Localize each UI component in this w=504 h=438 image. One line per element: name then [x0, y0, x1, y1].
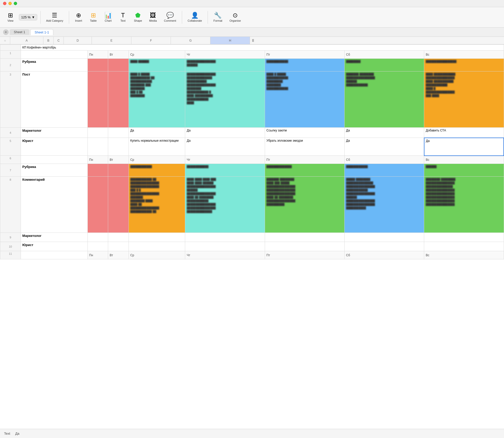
cell-2A[interactable]: Рубрика	[21, 59, 87, 71]
cell-4H[interactable]: Добавить СТА	[424, 128, 504, 138]
cell-8C[interactable]	[108, 177, 129, 233]
cell-6H[interactable]: Вс	[424, 156, 504, 164]
table-button[interactable]: ⊞ Table	[87, 11, 100, 24]
cell-6E[interactable]: Чт	[185, 156, 265, 164]
cell-7G[interactable]: ████████████	[344, 164, 424, 177]
cell-9B[interactable]	[87, 233, 108, 242]
cell-6G[interactable]: Сб	[344, 156, 424, 164]
cell-8F[interactable]: ███████ ████████████ ███ ███████████████…	[265, 177, 344, 233]
cell-8H[interactable]: ████████ ███████████████████████████████…	[424, 177, 504, 233]
cell-4C[interactable]	[108, 128, 129, 138]
cell-4A[interactable]: Маркетолог	[21, 128, 87, 138]
cell-2H[interactable]: █████████████████	[424, 59, 504, 71]
cell-10A[interactable]: Юрист	[21, 242, 87, 251]
cell-8E[interactable]: ████ ████ ████ ███████ ████ ████████████…	[185, 177, 265, 233]
cell-1D[interactable]: Ср	[129, 51, 185, 59]
cell-1B[interactable]: Пн	[87, 51, 108, 59]
cell-2B[interactable]	[87, 59, 108, 71]
cell-7A[interactable]: Рубрика	[21, 164, 87, 177]
cell-6F[interactable]: Пт	[265, 156, 344, 164]
cell-5G[interactable]: Да	[344, 138, 424, 156]
cell-3B[interactable]	[87, 71, 108, 128]
cell-6B[interactable]: Пн	[87, 156, 108, 164]
cell-2G[interactable]: ████████	[344, 59, 424, 71]
cell-11D[interactable]: Ср	[129, 251, 185, 259]
cell-8A[interactable]: Комментарий	[21, 177, 87, 233]
freeze-handle[interactable]: ⏸	[250, 37, 256, 44]
cell-3G[interactable]: ███████ ████████████████████████████████…	[344, 71, 424, 128]
cell-7B[interactable]	[87, 164, 108, 177]
sheet-grid[interactable]: КП Кофейни» мартобрь 1 Пн Вт Ср Чт Пт Сб…	[0, 44, 504, 429]
media-button[interactable]: 🖼 Media	[147, 11, 159, 24]
cell-10D[interactable]	[129, 242, 185, 251]
cell-4D[interactable]: Да	[129, 128, 185, 138]
cell-10B[interactable]	[87, 242, 108, 251]
cell-5F[interactable]: Убрать эпловские эмодзи	[265, 138, 344, 156]
format-button[interactable]: 🔧 Format	[211, 11, 225, 24]
text-button[interactable]: T Text	[117, 11, 129, 24]
cell-8D[interactable]: ████████████ ███████████████████████████…	[129, 177, 185, 233]
cell-11C[interactable]: Вт	[108, 251, 129, 259]
cell-5D[interactable]: Купить нормальные иллюстрации	[129, 138, 185, 156]
cell-2E[interactable]: ██████████████████████	[185, 59, 265, 71]
cell-9E[interactable]	[185, 233, 265, 242]
cell-9A[interactable]: Маркетолог	[21, 233, 87, 242]
cell-11E[interactable]: Чт	[185, 251, 265, 259]
cell-7C[interactable]	[108, 164, 129, 177]
col-header-E[interactable]: E	[92, 37, 131, 44]
cell-9H[interactable]	[424, 233, 504, 242]
cell-5C[interactable]	[108, 138, 129, 156]
comment-button[interactable]: 💬 Comment	[161, 11, 179, 24]
cell-11B[interactable]: Пн	[87, 251, 108, 259]
cell-9G[interactable]	[344, 233, 424, 242]
cell-6D[interactable]: Ср	[129, 156, 185, 164]
tab-sheet1[interactable]: Sheet 1	[10, 29, 29, 35]
cell-10E[interactable]	[185, 242, 265, 251]
col-header-C[interactable]: C	[54, 37, 64, 44]
shape-button[interactable]: ⬟ Shape	[131, 11, 145, 24]
cell-11F[interactable]: Пт	[265, 251, 344, 259]
cell-9F[interactable]	[265, 233, 344, 242]
cell-6A[interactable]	[21, 156, 87, 164]
maximize-button[interactable]	[14, 2, 17, 5]
col-header-G[interactable]: G	[171, 37, 210, 44]
cell-3D[interactable]: ████ █ ████████████████ ████████████████…	[129, 71, 185, 128]
col-header-D[interactable]: D	[64, 37, 92, 44]
cell-1A[interactable]	[21, 51, 87, 59]
collaborate-button[interactable]: 👤 Collaborate	[185, 11, 205, 24]
cell-1H[interactable]: Вс	[424, 51, 504, 59]
col-header-A[interactable]: A	[10, 37, 43, 44]
chart-button[interactable]: 📊 Chart	[102, 11, 115, 24]
col-header-B[interactable]: B	[43, 37, 54, 44]
cell-1C[interactable]: Вт	[108, 51, 129, 59]
close-button[interactable]	[3, 2, 6, 5]
cell-7H[interactable]: ██████	[424, 164, 504, 177]
cell-8G[interactable]: █████ ██████████████████████████████████…	[344, 177, 424, 233]
cell-3F[interactable]: ████ █ █████████████████████████████████…	[265, 71, 344, 128]
col-header-H[interactable]: H	[210, 37, 250, 44]
cell-4B[interactable]	[87, 128, 108, 138]
cell-10H[interactable]	[424, 242, 504, 251]
cell-2C[interactable]	[108, 59, 129, 71]
cell-5E[interactable]: Да	[185, 138, 265, 156]
minimize-button[interactable]	[8, 2, 12, 5]
cell-11G[interactable]: Сб	[344, 251, 424, 259]
cell-11A[interactable]	[21, 251, 87, 259]
cell-7D[interactable]: ████████████	[129, 164, 185, 177]
cell-4E[interactable]: Да	[185, 128, 265, 138]
cell-10G[interactable]	[344, 242, 424, 251]
cell-1F[interactable]: Пт	[265, 51, 344, 59]
cell-10C[interactable]	[108, 242, 129, 251]
cell-7E[interactable]: ████████████	[185, 164, 265, 177]
cell-1G[interactable]: Сб	[344, 51, 424, 59]
cell-3C[interactable]	[108, 71, 129, 128]
cell-4F[interactable]: Ссылку заютм	[265, 128, 344, 138]
cell-2F[interactable]: ████████████	[265, 59, 344, 71]
insert-button[interactable]: ⊕ Insert	[72, 11, 85, 24]
cell-11H[interactable]: Вс	[424, 251, 504, 259]
view-button[interactable]: ⊞ View	[4, 11, 17, 24]
cell-5A[interactable]: Юрист	[21, 138, 87, 156]
tab-sheet1-1[interactable]: Sheet 1-1	[30, 29, 53, 35]
cell-5H[interactable]: Да	[424, 138, 504, 156]
cell-4G[interactable]: Да	[344, 128, 424, 138]
